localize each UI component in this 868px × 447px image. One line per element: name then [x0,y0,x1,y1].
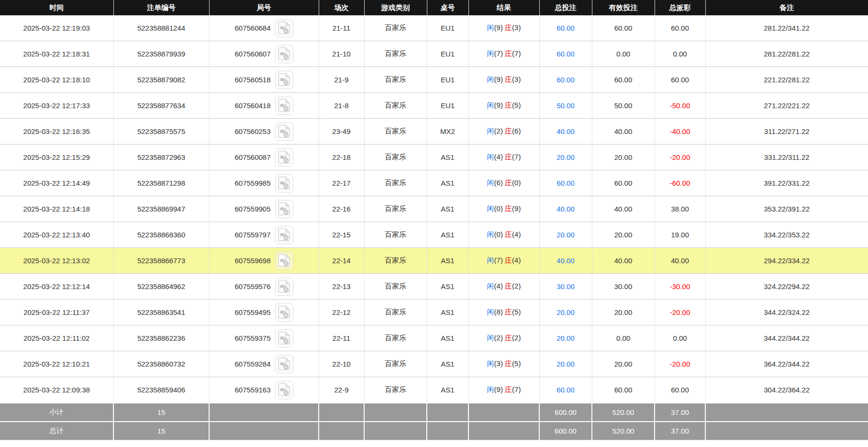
player-result-value: (2) [494,127,503,135]
table-no-cell: AS1 [427,274,468,300]
player-result-value: (2) [494,334,503,342]
banker-result-value: (7) [512,153,521,161]
payout-cell: -50.00 [655,93,705,119]
video-replay-button[interactable] [275,148,293,167]
video-replay-button[interactable] [275,19,293,37]
remark-cell: 391.22/331.22 [705,170,868,196]
total-bet-cell: 40.00 [539,196,592,222]
player-result-label: 闲 [487,230,494,238]
table-row[interactable]: 2025-03-22 12:11:02522358862236607559375… [0,325,868,351]
table-row[interactable]: 2025-03-22 12:14:18522358869947607559905… [0,196,868,222]
payout-cell: -20.00 [655,145,705,170]
table-row[interactable]: 2025-03-22 12:18:31522358879939607560607… [0,41,868,67]
video-replay-button[interactable] [275,303,293,322]
round-number: 607559985 [234,179,270,187]
video-replay-button[interactable] [275,123,293,141]
table-row[interactable]: 2025-03-22 12:17:33522358877634607560418… [0,93,868,119]
player-result-value: (7) [494,49,503,57]
valid-bet-cell: 60.00 [592,15,655,41]
player-result-label: 闲 [487,49,494,57]
bet-id-cell: 522358860732 [113,351,209,377]
table-row[interactable]: 2025-03-22 12:16:35522358875575607560253… [0,119,868,145]
video-replay-button[interactable] [275,252,293,270]
col-header-round: 局号 [209,0,319,15]
summary-label-cell: 小计 [0,403,113,422]
time-cell: 2025-03-22 12:09:38 [0,377,113,403]
video-replay-button[interactable] [275,97,293,115]
round-number-group: 607559375 [210,329,319,347]
player-result-label: 闲 [487,179,494,187]
total-bet-cell: 60.00 [539,170,592,196]
payout-value: -20.00 [670,360,690,368]
payout-cell: -30.00 [655,274,705,300]
bet-id-cell: 522358879939 [113,41,209,67]
total-bet-value: 30.00 [556,282,575,291]
round-number-group: 607560684 [210,19,319,37]
table-no-cell: AS1 [427,248,468,274]
table-row[interactable]: 2025-03-22 12:12:14522358864962607559576… [0,274,868,300]
result-cell: 闲(9) 庄(3) [468,67,539,93]
player-result-value: (9) [494,23,503,32]
round-number: 607560253 [234,127,270,135]
payout-value: -50.00 [670,101,690,110]
video-replay-button[interactable] [275,45,293,63]
table-row[interactable]: 2025-03-22 12:11:37522358863541607559495… [0,300,868,325]
valid-bet-cell: 40.00 [592,248,655,274]
table-row[interactable]: 2025-03-22 12:13:40522358868360607559797… [0,222,868,248]
table-row[interactable]: 2025-03-22 12:13:02522358866773607559698… [0,248,868,274]
round-number-group: 607560087 [210,148,319,167]
round-number: 607560087 [234,153,270,161]
table-row[interactable]: 2025-03-22 12:18:10522358879082607560518… [0,67,868,93]
player-result-label: 闲 [487,282,494,290]
payout-cell: 19.00 [655,222,705,248]
table-row[interactable]: 2025-03-22 12:09:38522358859406607559163… [0,377,868,403]
video-file-icon [278,279,290,293]
time-cell: 2025-03-22 12:18:31 [0,41,113,67]
banker-result-value: (5) [512,308,521,316]
table-row[interactable]: 2025-03-22 12:19:03522358881244607560684… [0,15,868,41]
round-cell: 607560418 [209,93,319,119]
video-replay-button[interactable] [275,71,293,89]
payout-value: 0.00 [673,334,687,342]
table-row[interactable]: 2025-03-22 12:15:29522358872963607560087… [0,145,868,170]
payout-cell: 0.00 [655,325,705,351]
video-replay-button[interactable] [275,200,293,218]
round-number-group: 607560253 [210,123,319,141]
video-replay-button[interactable] [275,381,293,399]
round-cell: 607559985 [209,170,319,196]
summary-empty-round [209,422,319,440]
round-number-group: 607559576 [210,278,319,296]
banker-result-label: 庄 [505,75,512,83]
remark-cell: 344.22/344.22 [705,325,868,351]
result-cell: 闲(7) 庄(4) [468,248,539,274]
summary-empty-table [427,422,468,440]
valid-bet-cell: 60.00 [592,67,655,93]
video-replay-button[interactable] [275,278,293,296]
summary-empty-result [468,403,539,422]
player-result-value: (0) [494,230,503,238]
video-file-icon [278,99,290,112]
bet-id-cell: 522358869947 [113,196,209,222]
table-row[interactable]: 2025-03-22 12:14:49522358871298607559985… [0,170,868,196]
game-type-cell: 百家乐 [364,222,427,248]
banker-result-value: (3) [512,75,521,83]
video-file-icon [278,202,290,216]
total-bet-value: 20.00 [556,308,575,316]
video-replay-button[interactable] [275,355,293,373]
summary-count-cell: 15 [113,422,209,440]
video-replay-button[interactable] [275,226,293,244]
table-row[interactable]: 2025-03-22 12:10:21522358860732607559284… [0,351,868,377]
valid-bet-cell: 20.00 [592,300,655,325]
banker-result-value: (4) [512,256,521,264]
remark-cell: 364.22/344.22 [705,351,868,377]
banker-result-value: (6) [512,127,521,135]
round-number-group: 607559163 [210,381,319,399]
remark-cell: 334.22/353.22 [705,222,868,248]
remark-cell: 344.22/324.22 [705,300,868,325]
video-replay-button[interactable] [275,329,293,347]
video-replay-button[interactable] [275,174,293,192]
total-bet-value: 50.00 [556,101,575,110]
table-no-cell: MX2 [427,119,468,145]
banker-result-label: 庄 [505,179,512,187]
session-cell: 22-14 [319,248,364,274]
